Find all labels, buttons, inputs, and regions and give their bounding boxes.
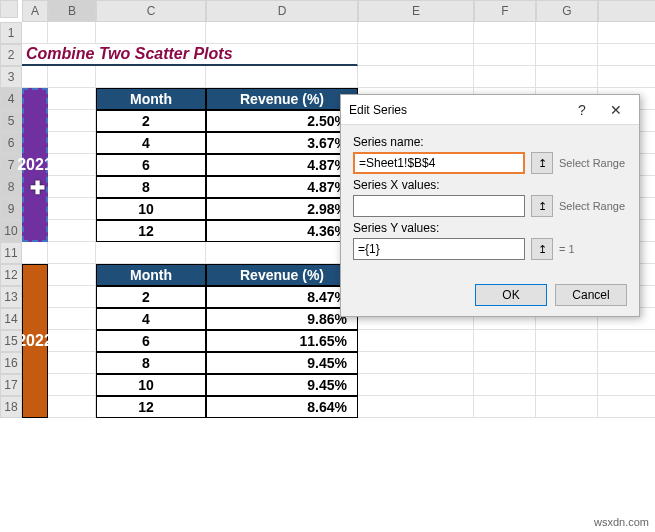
cell[interactable] [48, 396, 96, 418]
cell[interactable] [474, 396, 536, 418]
table-cell[interactable]: 8 [96, 352, 206, 374]
row-header-16[interactable]: 16 [0, 352, 22, 374]
table-cell[interactable]: 10 [96, 374, 206, 396]
cell[interactable] [536, 44, 598, 66]
cell[interactable] [48, 110, 96, 132]
row-header-1[interactable]: 1 [0, 22, 22, 44]
cell[interactable] [598, 330, 655, 352]
col-header-G[interactable]: G [536, 0, 598, 22]
cell[interactable] [48, 198, 96, 220]
col-header-A[interactable]: A [22, 0, 48, 22]
page-title[interactable]: Combine Two Scatter Plots [22, 44, 358, 66]
dialog-titlebar[interactable]: Edit Series ? ✕ [341, 95, 639, 125]
cell[interactable] [536, 396, 598, 418]
cell[interactable] [536, 374, 598, 396]
cell[interactable] [48, 88, 96, 110]
table-cell[interactable]: 3.67% [206, 132, 358, 154]
cell[interactable] [48, 308, 96, 330]
col-header-E[interactable]: E [358, 0, 474, 22]
row-header-3[interactable]: 3 [0, 66, 22, 88]
table-cell[interactable]: 4.36% [206, 220, 358, 242]
cell[interactable] [96, 66, 206, 88]
table-cell[interactable]: 6 [96, 330, 206, 352]
row-header-15[interactable]: 15 [0, 330, 22, 352]
table1-header-revenue[interactable]: Revenue (%) [206, 88, 358, 110]
range-select-icon[interactable]: ↥ [531, 152, 553, 174]
cell[interactable] [48, 176, 96, 198]
table-cell[interactable]: 11.65% [206, 330, 358, 352]
cell[interactable] [48, 242, 96, 264]
table-cell[interactable]: 8 [96, 176, 206, 198]
row-header-12[interactable]: 12 [0, 264, 22, 286]
row-header-10[interactable]: 10 [0, 220, 22, 242]
row-header-6[interactable]: 6 [0, 132, 22, 154]
cell[interactable] [48, 374, 96, 396]
cell[interactable] [48, 220, 96, 242]
cell[interactable] [358, 330, 474, 352]
cell[interactable] [48, 132, 96, 154]
cell[interactable] [598, 396, 655, 418]
table2-header-month[interactable]: Month [96, 264, 206, 286]
table-cell[interactable]: 12 [96, 220, 206, 242]
table-cell[interactable]: 9.86% [206, 308, 358, 330]
cell[interactable] [598, 352, 655, 374]
row-header-5[interactable]: 5 [0, 110, 22, 132]
cell[interactable] [536, 330, 598, 352]
cell[interactable] [474, 352, 536, 374]
cell[interactable] [358, 396, 474, 418]
cell[interactable] [206, 22, 358, 44]
cell[interactable] [206, 242, 358, 264]
cancel-button[interactable]: Cancel [555, 284, 627, 306]
row-header-8[interactable]: 8 [0, 176, 22, 198]
range-select-icon[interactable]: ↥ [531, 195, 553, 217]
range-select-icon[interactable]: ↥ [531, 238, 553, 260]
row-header-2[interactable]: 2 [0, 44, 22, 66]
col-header-F[interactable]: F [474, 0, 536, 22]
table2-header-revenue[interactable]: Revenue (%) [206, 264, 358, 286]
row-header-9[interactable]: 9 [0, 198, 22, 220]
cell[interactable] [206, 66, 358, 88]
row-header-4[interactable]: 4 [0, 88, 22, 110]
col-header-C[interactable]: C [96, 0, 206, 22]
cell[interactable] [536, 352, 598, 374]
table-cell[interactable]: 10 [96, 198, 206, 220]
col-header-blank[interactable] [598, 0, 655, 22]
cell[interactable] [358, 66, 474, 88]
table-cell[interactable]: 9.45% [206, 352, 358, 374]
cell[interactable] [598, 22, 655, 44]
cell[interactable] [96, 242, 206, 264]
series-x-input[interactable] [353, 195, 525, 217]
cell[interactable] [48, 286, 96, 308]
series-name-input[interactable] [353, 152, 525, 174]
cell[interactable] [536, 22, 598, 44]
table-cell[interactable]: 9.45% [206, 374, 358, 396]
cell[interactable] [48, 352, 96, 374]
table-cell[interactable]: 2.50% [206, 110, 358, 132]
row-header-18[interactable]: 18 [0, 396, 22, 418]
table-cell[interactable]: 12 [96, 396, 206, 418]
cell[interactable] [474, 66, 536, 88]
year-label-2021[interactable]: 2021 ✚ [22, 88, 48, 242]
table-cell[interactable]: 2 [96, 286, 206, 308]
cell[interactable] [22, 22, 48, 44]
cell[interactable] [474, 22, 536, 44]
cell[interactable] [474, 374, 536, 396]
row-header-14[interactable]: 14 [0, 308, 22, 330]
cell[interactable] [358, 374, 474, 396]
cell[interactable] [48, 330, 96, 352]
cell[interactable] [598, 374, 655, 396]
table-cell[interactable]: 4.87% [206, 176, 358, 198]
cell[interactable] [22, 66, 48, 88]
row-header-13[interactable]: 13 [0, 286, 22, 308]
cell[interactable] [474, 330, 536, 352]
table-cell[interactable]: 4.87% [206, 154, 358, 176]
table-cell[interactable]: 6 [96, 154, 206, 176]
cell[interactable] [48, 66, 96, 88]
series-y-input[interactable] [353, 238, 525, 260]
row-header-17[interactable]: 17 [0, 374, 22, 396]
table1-header-month[interactable]: Month [96, 88, 206, 110]
cell[interactable] [536, 66, 598, 88]
cell[interactable] [598, 66, 655, 88]
close-icon[interactable]: ✕ [601, 102, 631, 118]
year-label-2022[interactable]: 2022 [22, 264, 48, 418]
